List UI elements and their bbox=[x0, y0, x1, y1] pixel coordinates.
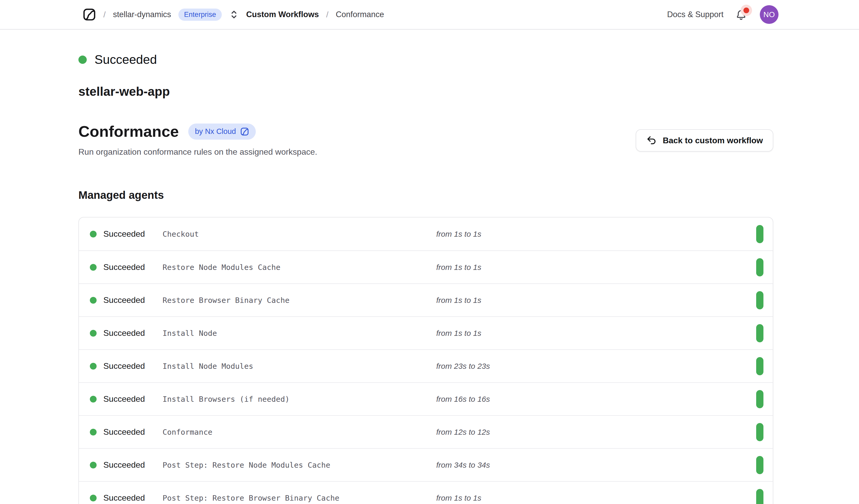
row-duration: from 1s to 1s bbox=[436, 263, 756, 272]
page-content: Succeeded stellar-web-app Conformance by… bbox=[78, 52, 773, 504]
row-step-name: Checkout bbox=[163, 230, 436, 239]
row-status-dot-icon bbox=[90, 396, 96, 402]
row-status-label: Succeeded bbox=[103, 427, 145, 437]
agent-step-row[interactable]: Succeeded Checkout from 1s to 1s bbox=[79, 217, 773, 250]
row-status-dot-icon bbox=[90, 462, 96, 469]
row-status-label: Succeeded bbox=[103, 394, 145, 404]
breadcrumb-separator: / bbox=[103, 10, 106, 19]
row-status-dot-icon bbox=[90, 330, 96, 337]
workflow-title: Conformance bbox=[78, 122, 179, 140]
back-button-label: Back to custom workflow bbox=[663, 136, 763, 145]
row-duration: from 16s to 16s bbox=[436, 395, 756, 403]
row-step-name: Post Step: Restore Node Modules Cache bbox=[163, 461, 436, 470]
managed-agents-list: Succeeded Checkout from 1s to 1s Succeed… bbox=[78, 217, 773, 504]
row-step-name: Install Node bbox=[163, 329, 436, 338]
nx-cloud-badge-icon bbox=[240, 127, 249, 136]
row-duration: from 12s to 12s bbox=[436, 428, 756, 437]
agent-step-row[interactable]: Succeeded Restore Node Modules Cache fro… bbox=[79, 250, 773, 284]
row-timeline-bar bbox=[756, 225, 764, 243]
row-status-label: Succeeded bbox=[103, 460, 145, 470]
chevron-up-down-icon bbox=[230, 10, 238, 19]
workflow-description: Run organization conformance rules on th… bbox=[78, 147, 317, 157]
row-timeline-bar bbox=[756, 291, 764, 309]
row-status-dot-icon bbox=[90, 363, 96, 369]
row-timeline-bar bbox=[756, 423, 764, 441]
agent-step-row[interactable]: Succeeded Conformance from 12s to 12s bbox=[79, 415, 773, 448]
row-duration: from 1s to 1s bbox=[436, 494, 756, 502]
row-step-name: Conformance bbox=[163, 428, 436, 437]
workflow-section-header: Conformance by Nx Cloud Run organization… bbox=[78, 122, 773, 157]
enterprise-plan-badge: Enterprise bbox=[178, 9, 222, 21]
row-timeline-bar bbox=[756, 390, 764, 408]
row-duration: from 23s to 23s bbox=[436, 362, 756, 371]
docs-support-link[interactable]: Docs & Support bbox=[667, 10, 723, 19]
agent-step-row[interactable]: Succeeded Install Node from 1s to 1s bbox=[79, 316, 773, 349]
notifications-button[interactable] bbox=[735, 8, 748, 21]
row-status-dot-icon bbox=[90, 429, 96, 436]
page-title: stellar-web-app bbox=[78, 85, 773, 98]
row-status-label: Succeeded bbox=[103, 493, 145, 503]
breadcrumb-workspace[interactable]: stellar-dynamics bbox=[113, 10, 171, 19]
row-timeline-bar bbox=[756, 489, 764, 504]
by-nx-cloud-badge[interactable]: by Nx Cloud bbox=[188, 124, 256, 140]
row-status-label: Succeeded bbox=[103, 328, 145, 338]
row-duration: from 34s to 34s bbox=[436, 461, 756, 470]
row-timeline-bar bbox=[756, 324, 764, 342]
workspace-switcher-button[interactable] bbox=[229, 9, 239, 20]
row-step-name: Post Step: Restore Browser Binary Cache bbox=[163, 494, 436, 502]
row-status-label: Succeeded bbox=[103, 229, 145, 239]
run-status: Succeeded bbox=[78, 52, 773, 67]
workflow-title-block: Conformance by Nx Cloud Run organization… bbox=[78, 122, 317, 157]
agent-step-row[interactable]: Succeeded Install Browsers (if needed) f… bbox=[79, 382, 773, 415]
user-avatar[interactable]: NO bbox=[760, 5, 779, 24]
breadcrumb-conformance: Conformance bbox=[336, 10, 384, 19]
back-to-custom-workflow-button[interactable]: Back to custom workflow bbox=[636, 129, 773, 152]
breadcrumb-custom-workflows[interactable]: Custom Workflows bbox=[246, 10, 319, 19]
notification-halo bbox=[741, 5, 752, 16]
row-status-dot-icon bbox=[90, 297, 96, 304]
agent-step-row[interactable]: Succeeded Post Step: Restore Browser Bin… bbox=[79, 481, 773, 504]
agent-step-row[interactable]: Succeeded Post Step: Restore Node Module… bbox=[79, 448, 773, 481]
row-step-name: Restore Node Modules Cache bbox=[163, 263, 436, 272]
breadcrumb: / stellar-dynamics Enterprise Custom Wor… bbox=[82, 8, 384, 21]
by-nx-cloud-label: by Nx Cloud bbox=[195, 128, 236, 135]
topbar-actions: Docs & Support NO bbox=[667, 5, 779, 24]
row-status-dot-icon bbox=[90, 264, 96, 271]
row-step-name: Install Node Modules bbox=[163, 362, 436, 371]
top-navigation-bar: / stellar-dynamics Enterprise Custom Wor… bbox=[0, 0, 859, 30]
row-step-name: Restore Browser Binary Cache bbox=[163, 296, 436, 305]
row-status-label: Succeeded bbox=[103, 361, 145, 371]
breadcrumb-separator: / bbox=[326, 10, 329, 19]
nx-cloud-logo-icon[interactable] bbox=[82, 8, 96, 21]
status-success-dot-icon bbox=[78, 56, 87, 64]
agent-step-row[interactable]: Succeeded Install Node Modules from 23s … bbox=[79, 349, 773, 382]
row-step-name: Install Browsers (if needed) bbox=[163, 395, 436, 403]
row-timeline-bar bbox=[756, 357, 764, 375]
row-status-dot-icon bbox=[90, 231, 96, 238]
managed-agents-heading: Managed agents bbox=[78, 189, 773, 201]
run-status-label: Succeeded bbox=[94, 52, 157, 67]
row-status-label: Succeeded bbox=[103, 262, 145, 272]
row-status-label: Succeeded bbox=[103, 295, 145, 305]
row-status-dot-icon bbox=[90, 495, 96, 501]
row-duration: from 1s to 1s bbox=[436, 329, 756, 338]
row-timeline-bar bbox=[756, 456, 764, 474]
row-duration: from 1s to 1s bbox=[436, 230, 756, 239]
row-duration: from 1s to 1s bbox=[436, 296, 756, 305]
agent-step-row[interactable]: Succeeded Restore Browser Binary Cache f… bbox=[79, 284, 773, 316]
undo-arrow-icon bbox=[646, 135, 657, 146]
row-timeline-bar bbox=[756, 258, 764, 276]
notification-dot-icon bbox=[743, 7, 749, 13]
